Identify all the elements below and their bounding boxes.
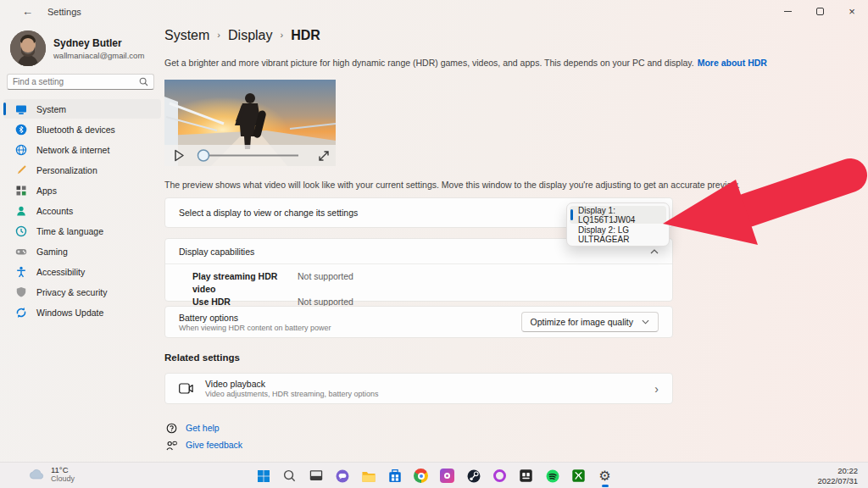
give-feedback-link[interactable]: Give feedback (166, 436, 242, 453)
get-help-icon (166, 423, 177, 434)
maximize-icon (816, 8, 824, 15)
capability-value: Not supported (298, 270, 353, 296)
capability-row: Play streaming HDR video Not supported (192, 270, 659, 296)
sidebar-item-time-language[interactable]: Time & language (3, 221, 161, 241)
windows-logo-icon (257, 469, 270, 483)
battery-options-subtitle: When viewing HDR content on battery powe… (179, 324, 331, 332)
apps-grid-icon (15, 185, 27, 197)
taskbar-search-button[interactable] (280, 466, 300, 486)
app-icon-spotify[interactable] (542, 466, 563, 486)
maximize-button[interactable] (804, 0, 836, 22)
breadcrumb-separator: › (217, 30, 220, 40)
sidebar-item-privacy-security[interactable]: Privacy & security (3, 282, 161, 302)
photos-icon (440, 469, 454, 483)
sidebar-item-apps[interactable]: Apps (3, 180, 161, 200)
back-button[interactable]: ← (22, 5, 33, 18)
dropdown-option-display-2[interactable]: Display 2: LG ULTRAGEAR (570, 225, 666, 243)
sidebar-item-label: Gaming (36, 247, 68, 257)
profile-email: wallmaniacal@gmail.com (53, 51, 144, 60)
app-icon-store[interactable] (385, 466, 405, 486)
app-icon-photos[interactable] (437, 466, 458, 486)
sidebar-nav: System Bluetooth & devices Network & int… (3, 99, 161, 323)
settings-window: ← Settings × Sydney Butler wallmaniacal@… (0, 0, 868, 488)
app-icon-steam[interactable] (464, 466, 484, 486)
window-controls: × (771, 0, 868, 22)
taskbar-clock[interactable]: 20:22 2022/07/31 (817, 466, 858, 485)
sidebar: Sydney Butler wallmaniacal@gmail.com Sys… (0, 24, 164, 462)
sidebar-item-label: Personalization (36, 165, 97, 175)
clock-time: 20:22 (817, 466, 858, 475)
sidebar-item-label: Bluetooth & devices (36, 125, 115, 135)
app-icon-settings[interactable]: ⚙ (595, 466, 615, 486)
app-icon-monitor[interactable] (306, 466, 326, 486)
app-icon-xbox[interactable] (569, 466, 589, 486)
sidebar-item-label: Apps (36, 186, 57, 196)
sidebar-item-label: System (36, 104, 66, 114)
display-capabilities-card: Display capabilities Play streaming HDR … (164, 238, 673, 302)
sidebar-item-accessibility[interactable]: Accessibility (3, 262, 161, 281)
bluetooth-icon (15, 124, 27, 136)
folder-icon (361, 469, 376, 483)
sidebar-item-bluetooth-devices[interactable]: Bluetooth & devices (3, 119, 161, 139)
chevron-right-icon: › (654, 382, 659, 396)
brush-icon (15, 164, 27, 176)
video-playback-text: Video playback Video adjustments, HDR st… (205, 379, 378, 398)
sidebar-item-label: Accounts (36, 206, 73, 216)
sidebar-item-network-internet[interactable]: Network & internet (3, 140, 161, 159)
sidebar-item-gaming[interactable]: Gaming (3, 241, 161, 261)
clock-date: 2022/07/31 (817, 476, 858, 485)
chat-bubble-icon (335, 469, 350, 484)
sidebar-item-system[interactable]: System (3, 99, 161, 119)
start-button[interactable] (253, 466, 274, 486)
app-icon-file-explorer[interactable] (359, 466, 379, 486)
search-icon (139, 77, 148, 86)
xbox-icon (571, 469, 586, 483)
breadcrumb-display[interactable]: Display (228, 28, 272, 43)
taskbar-app-icons: ⚙ (0, 463, 868, 488)
app-icon-opera[interactable] (490, 466, 510, 486)
update-arrows-icon (15, 307, 27, 319)
window-title: Settings (47, 7, 81, 17)
account-profile[interactable]: Sydney Butler wallmaniacal@gmail.com (10, 30, 144, 66)
video-playback-subtitle: Video adjustments, HDR streaming, batter… (205, 390, 378, 398)
capability-name: Play streaming HDR video (192, 270, 298, 296)
close-icon: × (849, 6, 855, 17)
sidebar-item-label: Windows Update (36, 308, 103, 318)
battery-options-text: Battery options When viewing HDR content… (179, 313, 331, 332)
app-icon-chrome[interactable] (411, 466, 431, 486)
page-title: HDR (291, 28, 320, 43)
sidebar-item-personalization[interactable]: Personalization (3, 160, 161, 180)
breadcrumb-system[interactable]: System (164, 28, 209, 43)
red-annotation-arrow (653, 158, 868, 254)
app-icon-chat[interactable] (332, 466, 353, 486)
search-box[interactable] (7, 74, 154, 90)
display-capabilities-body: Play streaming HDR video Not supported U… (165, 264, 672, 308)
video-playback-title: Video playback (205, 379, 378, 389)
video-playback-card[interactable]: Video playback Video adjustments, HDR st… (164, 373, 673, 404)
sidebar-item-accounts[interactable]: Accounts (3, 201, 161, 220)
give-feedback-label: Give feedback (186, 440, 242, 450)
opera-icon (493, 469, 506, 482)
help-links: Get help Give feedback (166, 419, 242, 453)
avatar (10, 30, 46, 66)
store-icon (387, 469, 403, 484)
sidebar-item-windows-update[interactable]: Windows Update (3, 302, 161, 322)
display-capabilities-title: Display capabilities (179, 247, 254, 257)
shield-icon (15, 286, 27, 298)
more-about-hdr-link[interactable]: More about HDR (698, 58, 767, 68)
gear-icon: ⚙ (598, 469, 610, 483)
battery-options-card: Battery options When viewing HDR content… (164, 306, 673, 338)
app-icon-gog[interactable] (516, 466, 537, 486)
globe-icon (15, 144, 27, 156)
battery-option-dropdown[interactable]: Optimize for image quality (521, 312, 659, 332)
hdr-description: Get a brighter and more vibrant picture … (164, 58, 767, 68)
close-button[interactable]: × (836, 0, 868, 22)
dropdown-option-display-1[interactable]: Display 1: LQ156T1JW04 (570, 206, 666, 224)
hdr-video-preview[interactable] (164, 80, 336, 166)
gamepad-icon (15, 246, 27, 258)
accessibility-icon (15, 266, 27, 278)
search-input[interactable] (13, 77, 139, 86)
minimize-button[interactable] (771, 0, 804, 22)
get-help-link[interactable]: Get help (166, 419, 242, 436)
steam-icon (466, 469, 481, 484)
